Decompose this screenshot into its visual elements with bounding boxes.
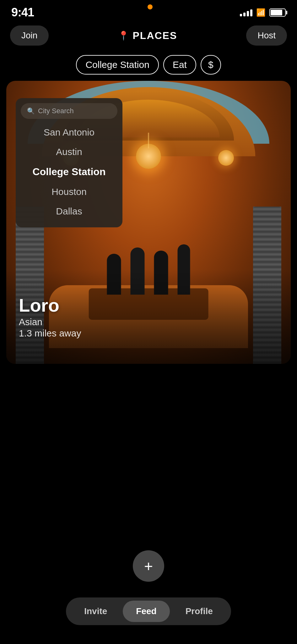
search-icon: 🔍 — [27, 107, 35, 115]
phone-frame: 9:41 📶 Join 📍 PLACES Host College Statio… — [0, 0, 297, 644]
status-bar: 9:41 📶 — [0, 0, 297, 22]
tab-profile[interactable]: Profile — [172, 601, 226, 622]
restaurant-cuisine: Asian — [19, 317, 81, 327]
main-content: Loro Asian 1.3 miles away 🔍 City Search … — [6, 81, 291, 569]
status-time: 9:41 — [11, 6, 34, 19]
signal-icon — [240, 9, 252, 16]
dropdown-item-college-station[interactable]: College Station — [16, 162, 122, 182]
tab-invite[interactable]: Invite — [71, 601, 120, 622]
header-nav: Join 📍 PLACES Host — [0, 22, 297, 52]
add-button-container: + — [0, 550, 297, 582]
notification-dot — [148, 4, 153, 9]
city-filter-chip[interactable]: College Station — [76, 55, 159, 75]
dropdown-item-austin[interactable]: Austin — [16, 142, 122, 162]
category-filter-chip[interactable]: Eat — [163, 55, 196, 75]
status-icons: 📶 — [240, 8, 286, 17]
wifi-icon: 📶 — [256, 8, 266, 17]
location-pin-icon: 📍 — [118, 31, 130, 41]
bottom-nav-inner: Invite Feed Profile — [66, 597, 231, 625]
filter-chips: College Station Eat $ — [0, 52, 297, 81]
join-button[interactable]: Join — [10, 25, 49, 46]
search-placeholder-text: City Search — [38, 107, 74, 115]
price-filter-chip[interactable]: $ — [201, 55, 221, 75]
restaurant-info: Loro Asian 1.3 miles away — [19, 295, 81, 339]
dropdown-item-dallas[interactable]: Dallas — [16, 202, 122, 221]
header-title: 📍 PLACES — [118, 30, 177, 42]
app-title: PLACES — [133, 30, 177, 42]
restaurant-name: Loro — [19, 295, 81, 315]
battery-icon — [269, 8, 286, 17]
dropdown-item-san-antonio[interactable]: San Antonio — [16, 123, 122, 142]
city-dropdown[interactable]: 🔍 City Search San Antonio Austin College… — [16, 98, 122, 227]
add-button[interactable]: + — [133, 550, 164, 582]
host-button[interactable]: Host — [246, 25, 287, 46]
dropdown-item-houston[interactable]: Houston — [16, 182, 122, 202]
tab-feed[interactable]: Feed — [123, 601, 170, 622]
restaurant-distance: 1.3 miles away — [19, 328, 81, 339]
restaurant-image: Loro Asian 1.3 miles away 🔍 City Search … — [6, 81, 291, 364]
bottom-nav: Invite Feed Profile — [0, 591, 297, 644]
city-search-input[interactable]: 🔍 City Search — [21, 103, 117, 119]
